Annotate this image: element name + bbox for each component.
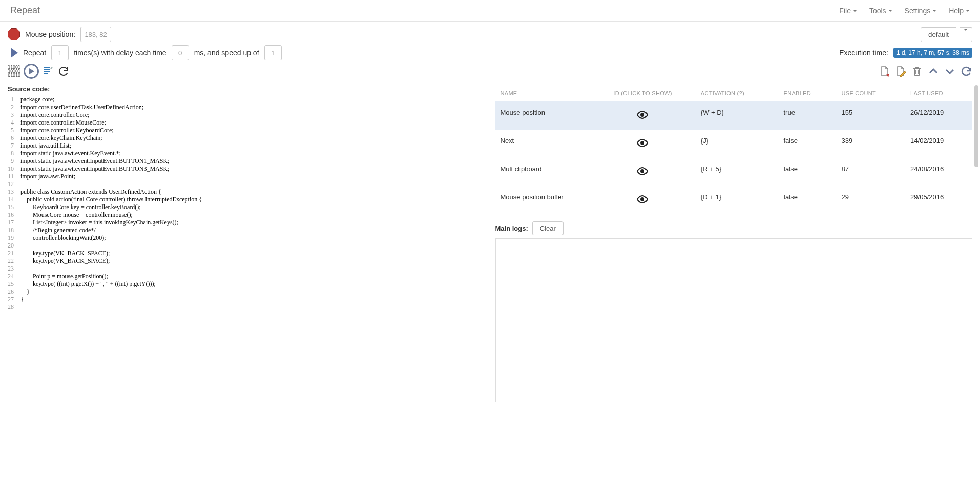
- task-last-used: 29/05/2016: [905, 186, 972, 214]
- menu-bar: File Tools Settings Help: [839, 7, 970, 15]
- task-activation: {W + D}: [696, 101, 779, 130]
- table-row[interactable]: Mult clipboard{R + 5}false8724/08/2016: [495, 158, 973, 186]
- right-pane: NAME ID (CLICK TO SHOW) ACTIVATION (?) E…: [495, 85, 973, 402]
- task-name: Mult clipboard: [495, 158, 590, 186]
- task-activation: {J}: [696, 130, 779, 158]
- task-enabled: false: [779, 130, 837, 158]
- col-activation: ACTIVATION (?): [696, 85, 779, 101]
- default-dropdown[interactable]: [960, 27, 972, 42]
- caret-down-icon: [888, 10, 892, 12]
- code-gutter: 1234567891011121314151617181920212223242…: [8, 96, 17, 311]
- task-last-used: 26/12/2019: [905, 101, 972, 130]
- edit-file-icon[interactable]: [894, 65, 907, 77]
- eye-icon[interactable]: [636, 165, 649, 177]
- table-row[interactable]: Mouse position{W + D}true15526/12/2019: [495, 101, 973, 130]
- mouse-position-label: Mouse position:: [25, 30, 75, 38]
- clear-logs-button[interactable]: Clear: [532, 221, 564, 235]
- compile-icon[interactable]: 110011010101010: [8, 65, 20, 77]
- task-use-count: 155: [837, 101, 906, 130]
- new-file-icon[interactable]: [878, 65, 890, 77]
- main-logs-label: Main logs:: [495, 224, 528, 232]
- task-id-cell[interactable]: [590, 186, 696, 214]
- move-down-icon[interactable]: [944, 65, 956, 77]
- task-name: Next: [495, 130, 590, 158]
- table-row[interactable]: Next{J}false33914/02/2019: [495, 130, 973, 158]
- source-code-label: Source code:: [8, 85, 485, 93]
- menu-tools[interactable]: Tools: [869, 7, 892, 15]
- trash-icon[interactable]: [911, 65, 923, 77]
- task-use-count: 29: [837, 186, 906, 214]
- refresh-icon[interactable]: [960, 65, 972, 77]
- caret-down-icon: [853, 10, 857, 12]
- svg-point-1: [641, 141, 644, 145]
- app-title: Repeat: [10, 5, 40, 16]
- task-id-cell[interactable]: [590, 158, 696, 186]
- tasks-table: NAME ID (CLICK TO SHOW) ACTIVATION (?) E…: [495, 85, 973, 214]
- svg-point-2: [641, 170, 644, 173]
- task-enabled: false: [779, 186, 837, 214]
- exec-time-label: Execution time:: [839, 49, 888, 57]
- repeat-times-input[interactable]: [51, 45, 69, 60]
- task-name: Mouse position buffer: [495, 186, 590, 214]
- reload-icon[interactable]: [57, 65, 70, 77]
- col-id: ID (CLICK TO SHOW): [590, 85, 696, 101]
- menu-file[interactable]: File: [839, 7, 857, 15]
- col-name: NAME: [495, 85, 590, 101]
- play-icon[interactable]: [11, 48, 18, 58]
- main-split: Source code: 123456789101112131415161718…: [0, 85, 980, 402]
- task-activation: {D + 1}: [696, 186, 779, 214]
- exec-time-badge: 1 d, 17 h, 7 m, 57 s, 38 ms: [893, 48, 972, 58]
- eye-icon[interactable]: [636, 137, 649, 149]
- record-stop-icon[interactable]: [8, 28, 20, 40]
- col-enabled: ENABLED: [779, 85, 837, 101]
- header-bar: Repeat File Tools Settings Help: [0, 0, 980, 22]
- default-button[interactable]: default: [921, 27, 956, 42]
- toolbar-area: Mouse position: default Repeat times(s) …: [0, 22, 980, 85]
- task-enabled: true: [779, 101, 837, 130]
- col-use-count: USE COUNT: [837, 85, 906, 101]
- mouse-position-input[interactable]: [80, 27, 111, 42]
- caret-down-icon: [964, 29, 968, 38]
- table-row[interactable]: Mouse position buffer{D + 1}false2929/05…: [495, 186, 973, 214]
- ms-label: ms, and speed up of: [194, 49, 259, 57]
- task-last-used: 24/08/2016: [905, 158, 972, 186]
- eye-icon[interactable]: [636, 193, 649, 205]
- left-pane: Source code: 123456789101112131415161718…: [8, 85, 485, 402]
- repeat-label: Repeat: [23, 49, 46, 57]
- speedup-input[interactable]: [264, 45, 282, 60]
- task-use-count: 87: [837, 158, 906, 186]
- svg-point-3: [641, 198, 644, 201]
- edit-source-icon[interactable]: [42, 65, 54, 77]
- task-last-used: 14/02/2019: [905, 130, 972, 158]
- caret-down-icon: [966, 10, 970, 12]
- task-id-cell[interactable]: [590, 101, 696, 130]
- menu-settings[interactable]: Settings: [905, 7, 937, 15]
- code-editor[interactable]: 1234567891011121314151617181920212223242…: [8, 96, 485, 311]
- task-activation: {R + 5}: [696, 158, 779, 186]
- eye-icon[interactable]: [636, 109, 649, 121]
- col-last-used: LAST USED: [905, 85, 972, 101]
- caret-down-icon: [932, 10, 936, 12]
- task-id-cell[interactable]: [590, 130, 696, 158]
- run-icon[interactable]: [24, 64, 39, 79]
- task-enabled: false: [779, 158, 837, 186]
- task-use-count: 339: [837, 130, 906, 158]
- logs-area[interactable]: [495, 238, 973, 402]
- menu-help[interactable]: Help: [949, 7, 970, 15]
- code-lines[interactable]: package core;import core.userDefinedTask…: [17, 96, 202, 311]
- times-label: times(s) with delay each time: [74, 49, 166, 57]
- task-name: Mouse position: [495, 101, 590, 130]
- delay-input[interactable]: [172, 45, 189, 60]
- svg-point-0: [641, 113, 644, 116]
- move-up-icon[interactable]: [927, 65, 940, 77]
- scrollbar-thumb[interactable]: [974, 85, 978, 167]
